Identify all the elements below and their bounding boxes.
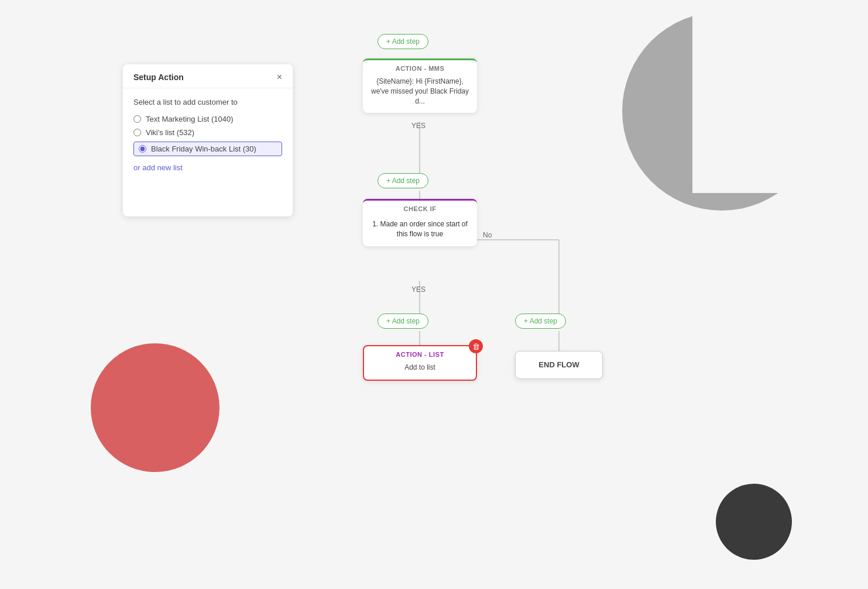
action-list-node[interactable]: 🗑 ACTION - LIST Add to list [363, 345, 477, 381]
panel-header: Setup Action × [123, 64, 293, 88]
action-mms-node[interactable]: ACTION - MMS {SiteName}: Hi {FirstName},… [363, 58, 477, 113]
end-flow-node[interactable]: END FLOW [515, 351, 603, 379]
radio-label-2: Viki's list (532) [146, 128, 194, 137]
radio-label-3: Black Friday Win-back List (30) [151, 144, 256, 153]
check-if-condition: 1. Made an order since start of this flo… [363, 215, 477, 246]
no-label: No [483, 231, 492, 239]
action-list-header: ACTION - LIST [364, 346, 476, 360]
panel-title: Setup Action [133, 73, 184, 82]
yes-label-2: YES [411, 285, 426, 294]
yes-label-1: YES [411, 122, 426, 130]
radio-option-3-selected[interactable]: Black Friday Win-back List (30) [133, 142, 282, 156]
check-if-node[interactable]: CHECK IF 1. Made an order since start of… [363, 199, 477, 246]
content-area: Setup Action × Select a list to add cust… [123, 58, 833, 554]
radio-vikis-list[interactable] [133, 129, 141, 136]
radio-text-marketing[interactable] [133, 115, 141, 123]
panel-body: Select a list to add customer to Text Ma… [123, 88, 293, 182]
radio-label-1: Text Marketing List (1040) [146, 115, 234, 123]
add-new-list-link[interactable]: or add new list [133, 163, 183, 172]
close-button[interactable]: × [277, 73, 282, 82]
connector-svg [316, 58, 667, 468]
radio-black-friday[interactable] [139, 145, 146, 153]
add-step-button-yes[interactable]: + Add step [378, 314, 428, 329]
check-if-header: CHECK IF [363, 201, 477, 215]
panel-subtitle: Select a list to add customer to [133, 98, 282, 106]
action-list-body: Add to list [364, 360, 476, 380]
flow-canvas: + Add step ACTION - MMS {SiteName}: Hi {… [316, 58, 833, 554]
delete-button[interactable]: 🗑 [469, 339, 483, 353]
setup-action-panel: Setup Action × Select a list to add cust… [123, 64, 293, 216]
end-flow-body: END FLOW [516, 352, 602, 378]
add-step-button-no[interactable]: + Add step [515, 314, 566, 329]
add-step-button-mid[interactable]: + Add step [378, 173, 428, 188]
radio-option-1[interactable]: Text Marketing List (1040) [133, 115, 282, 123]
action-mms-body: {SiteName}: Hi {FirstName}, we've missed… [363, 74, 477, 113]
action-mms-header: ACTION - MMS [363, 60, 477, 74]
add-step-button-top[interactable]: + Add step [378, 34, 428, 49]
radio-option-2[interactable]: Viki's list (532) [133, 128, 282, 137]
